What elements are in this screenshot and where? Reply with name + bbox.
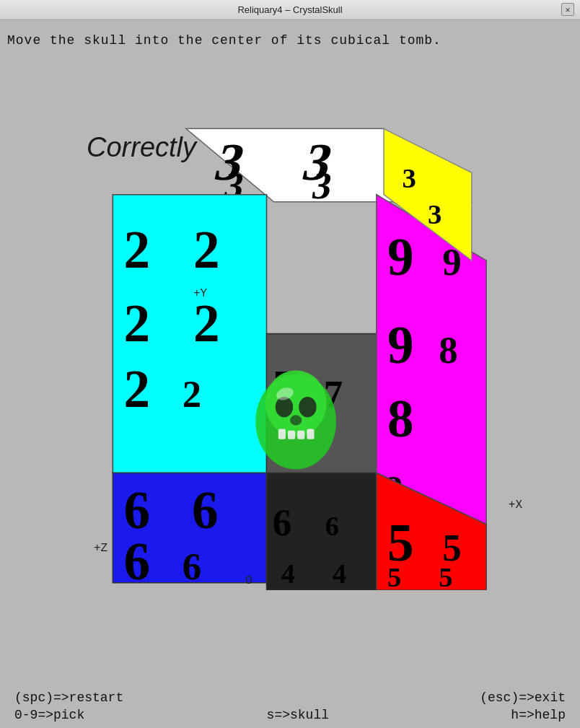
exit-control[interactable]: (esc)=>exit — [480, 690, 566, 705]
close-button[interactable]: ✕ — [561, 3, 574, 16]
svg-text:8: 8 — [387, 390, 414, 448]
svg-text:3: 3 — [428, 199, 441, 229]
title-bar: Reliquary4 – CrystalSkull ✕ — [0, 0, 580, 20]
svg-text:9: 9 — [387, 228, 414, 286]
svg-point-44 — [290, 415, 302, 425]
main-area: Move the skull into the center of its cu… — [0, 20, 580, 728]
svg-text:2: 2 — [183, 373, 201, 415]
svg-text:2: 2 — [193, 221, 220, 279]
svg-text:2: 2 — [124, 221, 151, 279]
svg-text:5: 5 — [439, 562, 452, 590]
restart-control[interactable]: (spc)=>restart — [14, 690, 123, 705]
svg-text:6: 6 — [192, 481, 219, 540]
svg-text:6: 6 — [124, 532, 151, 590]
axis-x-label: +X — [509, 499, 522, 512]
svg-rect-46 — [288, 431, 295, 439]
svg-point-43 — [299, 397, 316, 417]
svg-text:6: 6 — [124, 481, 151, 540]
svg-rect-47 — [297, 431, 304, 439]
instruction-text: Move the skull into the center of its cu… — [0, 33, 580, 48]
control-row-top: (spc)=>restart (esc)=>exit — [7, 689, 573, 706]
pick-control[interactable]: 0-9=>pick — [14, 708, 84, 722]
bottom-controls: (spc)=>restart (esc)=>exit 0-9=>pick s=>… — [0, 685, 580, 728]
svg-text:4: 4 — [333, 558, 346, 589]
svg-text:5: 5 — [387, 562, 401, 590]
axis-o-label: O — [245, 574, 252, 587]
window-title: Reliquary4 – CrystalSkull — [237, 4, 342, 15]
skull-control[interactable]: s=>skull — [267, 708, 329, 722]
svg-rect-45 — [278, 429, 286, 439]
svg-text:8: 8 — [439, 329, 457, 371]
svg-text:4: 4 — [281, 558, 295, 589]
axis-y-label: +Y — [193, 287, 207, 300]
svg-text:6: 6 — [183, 545, 201, 587]
help-control[interactable]: h=>help — [511, 708, 566, 722]
svg-text:9: 9 — [387, 316, 414, 374]
svg-text:6: 6 — [325, 511, 339, 541]
control-row-bottom: 0-9=>pick s=>skull h=>help — [7, 706, 573, 724]
svg-point-41 — [265, 370, 327, 436]
svg-text:6: 6 — [273, 501, 291, 543]
svg-text:2: 2 — [124, 360, 151, 418]
svg-text:2: 2 — [193, 294, 220, 353]
svg-text:3: 3 — [402, 163, 416, 193]
cube-container: 3 3 3 3 2 2 2 2 2 2 6 6 6 6 7 7 — [65, 114, 512, 590]
axis-z-label: +Z — [94, 542, 107, 555]
svg-rect-48 — [307, 429, 314, 439]
svg-text:2: 2 — [124, 294, 151, 353]
